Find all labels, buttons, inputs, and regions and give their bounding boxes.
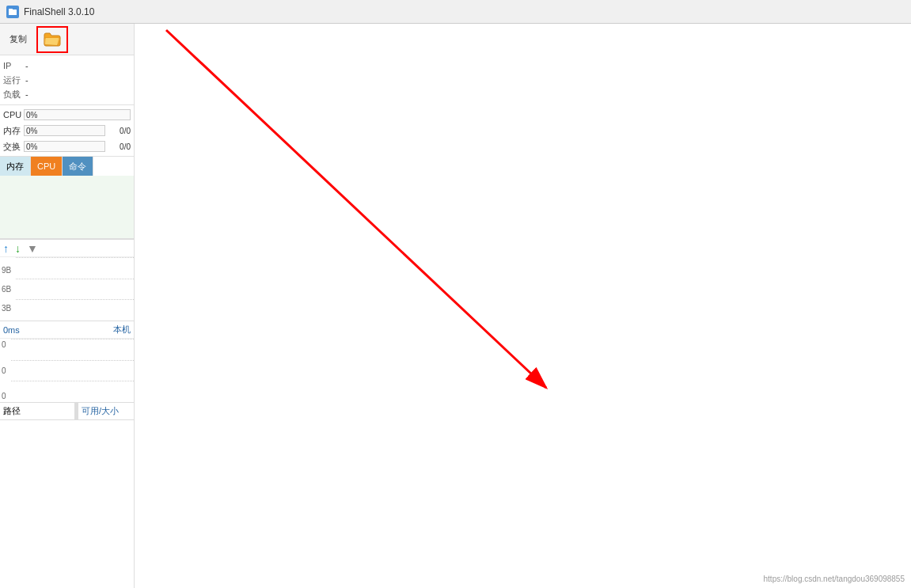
- svg-rect-2: [9, 9, 13, 10]
- network-header: ↑ ↓ ▼: [0, 240, 134, 257]
- tab-cpu[interactable]: CPU: [31, 157, 63, 176]
- mem-percent: 0%: [26, 126, 37, 137]
- load-separator: -: [25, 89, 28, 99]
- title-bar: FinalShell 3.0.10: [0, 0, 911, 24]
- load-row: 负载 -: [3, 87, 131, 101]
- watermark: https://blog.csdn.net/tangdou369098855: [764, 575, 905, 583]
- ping-grid-line-1: [11, 339, 134, 360]
- disk-avail-label: 可用/大小: [82, 405, 119, 417]
- net-y-label-1: 9B: [2, 266, 11, 275]
- tab-command[interactable]: 命令: [63, 157, 93, 176]
- disk-header: 路径 可用/大小: [0, 403, 134, 420]
- ping-grid-line-3: [11, 381, 134, 402]
- monitor-tabs-row: 内存 CPU 命令: [0, 157, 134, 176]
- annotation-arrow: [135, 24, 911, 588]
- ping-grid-lines: [11, 339, 134, 402]
- mem-bar: 0%: [24, 125, 105, 136]
- net-grid-line-3: [16, 299, 134, 321]
- run-row: 运行 -: [3, 73, 131, 87]
- swap-bar: 0%: [24, 141, 105, 152]
- ping-local-label: 本机: [113, 324, 131, 336]
- resource-panel: CPU 0% 内存 0% 0/0 交换 0%: [0, 105, 134, 157]
- disk-path-header: 路径: [0, 403, 75, 419]
- ping-ms-value: 0ms: [3, 325, 20, 335]
- mem-label: 内存: [3, 125, 22, 137]
- network-graph: 9B 6B 3B: [0, 257, 134, 321]
- ping-y-label-3: 0: [2, 392, 6, 400]
- run-separator: -: [25, 75, 28, 85]
- disk-panel: 路径 可用/大小: [0, 403, 134, 588]
- network-panel: ↑ ↓ ▼ 9B 6B 3B: [0, 240, 134, 321]
- ping-panel: 0ms 本机 0 0 0: [0, 321, 134, 403]
- ping-graph: 0 0 0: [0, 339, 134, 402]
- swap-label: 交换: [3, 141, 22, 153]
- ping-y-label-2: 0: [2, 366, 6, 375]
- svg-line-4: [166, 30, 546, 388]
- ping-header: 0ms 本机: [0, 321, 134, 339]
- load-label: 负载: [3, 89, 22, 101]
- sidebar-toolbar: 复制: [0, 24, 134, 55]
- cpu-bar: 0%: [24, 109, 131, 120]
- upload-arrow-icon: ↑: [3, 242, 9, 255]
- disk-avail-header: 可用/大小: [78, 403, 134, 419]
- main-content-area: [135, 24, 911, 588]
- cpu-percent: 0%: [26, 110, 37, 121]
- copy-button[interactable]: 复制: [6, 32, 30, 47]
- net-grid-line-1: [16, 257, 134, 279]
- net-grid-lines: [16, 257, 134, 321]
- net-y-label-2: 6B: [2, 285, 11, 294]
- mem-extra: 0/0: [107, 127, 131, 135]
- ip-separator: -: [25, 61, 28, 70]
- disk-content: [0, 420, 134, 588]
- cpu-row: CPU 0%: [3, 107, 131, 123]
- svg-rect-1: [9, 9, 17, 15]
- monitor-tabs-panel: 内存 CPU 命令: [0, 157, 134, 240]
- swap-row: 交换 0% 0/0: [3, 138, 131, 154]
- disk-path-label: 路径: [3, 405, 21, 417]
- net-grid-line-2: [16, 279, 134, 300]
- swap-extra: 0/0: [107, 142, 131, 151]
- swap-percent: 0%: [26, 142, 37, 153]
- download-arrow-icon: ↓: [15, 242, 21, 255]
- app-icon: [6, 6, 19, 18]
- ip-row: IP -: [3, 59, 131, 73]
- run-label: 运行: [3, 74, 22, 86]
- app-title: FinalShell 3.0.10: [24, 6, 94, 17]
- ping-y-label-1: 0: [2, 340, 6, 349]
- net-y-labels: 9B 6B 3B: [0, 257, 13, 321]
- sidebar: 复制 IP - 运行 - 负载 -: [0, 24, 135, 588]
- tab-cpu-label: CPU: [37, 161, 55, 171]
- mem-row: 内存 0% 0/0: [3, 123, 131, 138]
- cpu-label: CPU: [3, 110, 22, 119]
- tab-content-area: [0, 176, 134, 239]
- folder-open-button[interactable]: [36, 26, 68, 53]
- folder-open-icon: [43, 32, 62, 47]
- ping-grid-line-2: [11, 360, 134, 381]
- net-y-label-3: 3B: [2, 304, 11, 313]
- main-container: 复制 IP - 运行 - 负载 -: [0, 24, 911, 588]
- tab-memory-label: 内存: [6, 161, 24, 173]
- connection-info-panel: IP - 运行 - 负载 -: [0, 55, 134, 105]
- ping-y-labels: 0 0 0: [0, 339, 8, 402]
- tab-command-label: 命令: [69, 161, 86, 173]
- ip-label: IP: [3, 61, 22, 70]
- tab-memory[interactable]: 内存: [0, 157, 31, 176]
- net-triangle-icon: ▼: [27, 242, 38, 255]
